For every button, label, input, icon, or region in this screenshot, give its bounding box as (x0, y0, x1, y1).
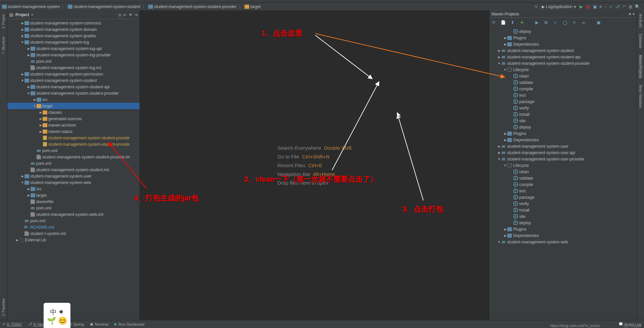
maven-tree-item[interactable]: clean (489, 73, 637, 79)
run-config-selector[interactable]: ▶ LogApplication ▾ (541, 4, 577, 9)
maven-tree-item[interactable]: verify (489, 200, 637, 207)
tree-item[interactable]: ▼student-management-system-web (7, 179, 140, 186)
git-branch[interactable]: Git: master (623, 324, 641, 328)
tree-item[interactable]: ▶classes (7, 109, 140, 115)
execute-icon[interactable]: ⊞ (543, 19, 549, 26)
editor-area[interactable]: Search Everywhere Double ShiftGo to File… (140, 10, 489, 320)
tree-item[interactable]: M↓README.md (7, 224, 140, 230)
locate-icon[interactable]: ◎ (118, 12, 121, 17)
tree-item[interactable]: dockerfile (7, 198, 140, 205)
maven-tree-item[interactable]: test (489, 188, 637, 194)
vcs-commit-icon[interactable]: ✔ (609, 4, 612, 9)
tree-item[interactable]: ▶src (7, 186, 140, 192)
vcs-update-icon[interactable]: ↓ (604, 4, 606, 9)
maven-tree-item[interactable]: ▼mstudent-management-system-user-provide… (489, 156, 637, 162)
tree-item[interactable]: student-management-system-web.iml (7, 211, 140, 218)
maven-tree-item[interactable]: ▶Dependencies (489, 137, 637, 143)
maven-tree-item[interactable]: ▶Plugins (489, 226, 637, 232)
maven-tree-item[interactable]: deploy (489, 124, 637, 130)
tree-item[interactable]: ▶student-management-system-log-api (7, 45, 140, 52)
tree-item[interactable]: ▼target (7, 103, 140, 109)
maven-tree-item[interactable]: ▼Lifecycle (489, 162, 637, 169)
tree-item[interactable]: student t-system.iml (7, 230, 140, 237)
vcs-icon[interactable]: ⎇ (615, 4, 620, 9)
download-icon[interactable]: ⬇ (509, 19, 516, 26)
tree-item[interactable]: student-management-system-student-provid… (7, 154, 140, 160)
todo-tab[interactable]: ✔6: TODO (3, 322, 22, 326)
maven-tree-item[interactable]: compile (489, 181, 637, 188)
maven-tree-item[interactable]: validate (489, 79, 637, 86)
maven-tree-item[interactable]: package (489, 98, 637, 105)
tree-item[interactable]: ▼student-management-system-student-provi… (7, 90, 140, 96)
gear-icon[interactable]: ✷ ▾ (628, 12, 635, 16)
breadcrumb-item[interactable]: student-management-system-student-provid… (148, 4, 236, 9)
tree-item[interactable]: ▶target (7, 192, 140, 198)
tree-item[interactable]: student-management-system-student.iml (7, 167, 140, 173)
tree-item[interactable]: mpom.xml (7, 160, 140, 167)
maven-tree-item[interactable]: ▶Dependencies (489, 41, 637, 47)
maven-tree-item[interactable]: ▼mstudent-management-system-web (489, 239, 637, 245)
maven-tree-item[interactable]: ▶Dependencies (489, 232, 637, 239)
settings-icon[interactable]: ▦ (629, 4, 632, 9)
breadcrumb-item[interactable]: target (245, 4, 261, 9)
maven-tree-item[interactable]: install (489, 111, 637, 118)
coverage-button[interactable]: ▣ (593, 4, 597, 9)
add-icon[interactable]: + (519, 19, 525, 26)
skip-tests-icon[interactable]: ≡ (571, 19, 577, 26)
tree-item[interactable]: ▶student-management-system-grades (7, 33, 140, 39)
tool-tab-ant[interactable]: Ant Build (639, 14, 642, 27)
maven-tree-item[interactable]: verify (489, 105, 637, 111)
tool-tab-maven[interactable]: Maven Projects (639, 55, 642, 78)
tool-tab-structure[interactable]: 7: Structure (2, 37, 5, 54)
maven-tree-item[interactable]: install (489, 207, 637, 213)
tree-item[interactable]: mpom.xml (7, 205, 140, 211)
stop-button[interactable]: ■ (599, 4, 602, 9)
tree-item[interactable]: mpom.xml (7, 58, 140, 64)
maven-tree[interactable]: deploy▶Plugins▶Dependencies▶mstudent-man… (489, 27, 637, 320)
collapse-icon[interactable]: ⇤ (123, 12, 127, 17)
main-menu-bar[interactable] (0, 0, 644, 3)
tree-item[interactable]: student-management-system-student-provid… (7, 135, 140, 141)
tree-item[interactable]: ▶student-management-system-permission (7, 71, 140, 77)
run-button[interactable]: ▶ (580, 4, 583, 9)
maven-tree-item[interactable]: ▶mstudent-management-system-user (489, 143, 637, 149)
tree-item[interactable]: ▶student-management-system-user (7, 173, 140, 179)
build-icon[interactable]: ⚒ (534, 4, 538, 9)
project-tree[interactable]: ▶student-management-system-commons▶stude… (7, 19, 140, 320)
spring-tab[interactable]: ✿Spring (69, 322, 84, 326)
hide-icon[interactable]: ⇥ (134, 12, 138, 17)
tree-item[interactable]: ▶student-management-system-commons (7, 20, 140, 26)
tree-item[interactable]: student-management-system-log.iml (7, 64, 140, 71)
refresh-icon[interactable]: ⟳ (491, 19, 497, 26)
maven-tree-item[interactable]: ▶mstudent-management-system-student (489, 47, 637, 54)
search-icon[interactable]: 🔍 (635, 4, 640, 9)
tree-item[interactable]: ▼student-management-system-log (7, 39, 140, 45)
maven-tree-item[interactable]: ▶Plugins (489, 130, 637, 137)
maven-tree-item[interactable]: ▶Plugins (489, 35, 637, 41)
undo-icon[interactable]: ↶ (623, 4, 626, 9)
maven-tree-item[interactable]: test (489, 92, 637, 98)
tree-item[interactable]: ▶student-management-system-log-provider (7, 52, 140, 58)
collapse-all-icon[interactable]: ▣ (595, 19, 601, 26)
maven-tree-item[interactable]: validate (489, 175, 637, 181)
gear-icon[interactable]: ✷ (129, 12, 132, 17)
maven-tree-item[interactable]: deploy (489, 28, 637, 35)
tree-item[interactable]: ▶student-management-system-domain (7, 26, 140, 33)
tree-item[interactable]: mpom.xml (7, 218, 140, 224)
maven-tree-item[interactable]: package (489, 194, 637, 200)
maven-tree-item[interactable]: ▼Lifecycle (489, 66, 637, 73)
maven-tree-item[interactable]: clean (489, 169, 637, 175)
maven-tree-item[interactable]: site (489, 213, 637, 220)
run-icon[interactable]: ▶ (534, 19, 540, 26)
tool-tab-bean[interactable]: Bean Validation (639, 85, 642, 108)
run-dash-tab[interactable]: ▶Run Dashboard (114, 322, 144, 326)
tree-item[interactable]: ▼student-management-system-student (7, 77, 140, 84)
generate-sources-icon[interactable]: 📄 (500, 19, 506, 26)
show-deps-icon[interactable]: ⫘ (581, 19, 587, 26)
tree-item[interactable]: ▶student-management-system-student-api (7, 84, 140, 90)
maven-tree-item[interactable]: ▶mstudent-management-system-student-api (489, 54, 637, 60)
terminal-tab[interactable]: ▣Terminal (90, 322, 109, 326)
maven-tree-item[interactable]: ▶mstudent-management-system-user-api (489, 149, 637, 156)
tree-item[interactable]: ▶maven-status (7, 128, 140, 135)
tool-tab-database[interactable]: Database (639, 34, 642, 48)
